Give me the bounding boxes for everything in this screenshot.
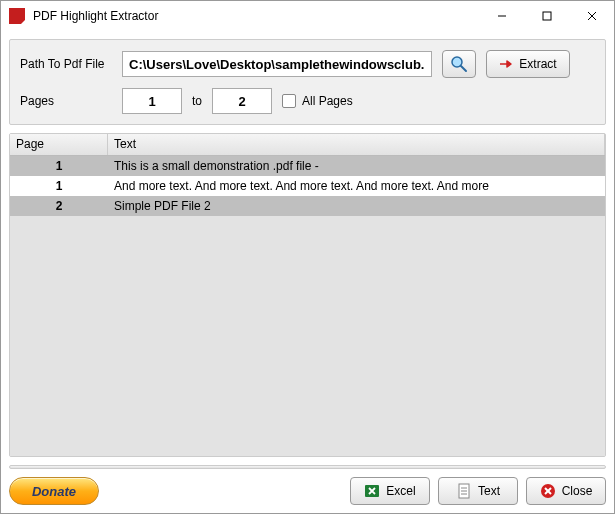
close-icon bbox=[540, 483, 556, 499]
cell-text: Simple PDF File 2 bbox=[108, 197, 605, 215]
all-pages-label: All Pages bbox=[302, 94, 353, 108]
table-row[interactable]: 1 This is a small demonstration .pdf fil… bbox=[10, 156, 605, 176]
grid-header: Page Text bbox=[10, 134, 605, 156]
table-row[interactable]: 2 Simple PDF File 2 bbox=[10, 196, 605, 216]
grid-body[interactable]: 1 This is a small demonstration .pdf fil… bbox=[10, 156, 605, 456]
separator bbox=[9, 465, 606, 469]
maximize-button[interactable] bbox=[524, 1, 569, 31]
text-button[interactable]: Text bbox=[438, 477, 518, 505]
path-label: Path To Pdf File bbox=[20, 57, 112, 71]
excel-button[interactable]: Excel bbox=[350, 477, 430, 505]
excel-icon bbox=[364, 483, 380, 499]
cell-page: 1 bbox=[10, 177, 108, 195]
col-header-page[interactable]: Page bbox=[10, 134, 108, 155]
magnify-icon bbox=[450, 55, 468, 73]
text-file-icon bbox=[456, 483, 472, 499]
cell-text: This is a small demonstration .pdf file … bbox=[108, 157, 605, 175]
app-icon bbox=[9, 8, 25, 24]
page-from-input[interactable] bbox=[122, 88, 182, 114]
titlebar: PDF Highlight Extractor bbox=[1, 1, 614, 31]
input-panel: Path To Pdf File Extract Pages to All P bbox=[9, 39, 606, 125]
svg-rect-1 bbox=[543, 12, 551, 20]
browse-button[interactable] bbox=[442, 50, 476, 78]
extract-label: Extract bbox=[519, 57, 556, 71]
close-window-button[interactable] bbox=[569, 1, 614, 31]
close-label: Close bbox=[562, 484, 593, 498]
path-input[interactable] bbox=[122, 51, 432, 77]
arrow-right-icon bbox=[499, 57, 513, 71]
cell-page: 1 bbox=[10, 157, 108, 175]
donate-button[interactable]: Donate bbox=[9, 477, 99, 505]
page-to-input[interactable] bbox=[212, 88, 272, 114]
all-pages-checkbox[interactable] bbox=[282, 94, 296, 108]
cell-text: And more text. And more text. And more t… bbox=[108, 177, 605, 195]
col-header-text[interactable]: Text bbox=[108, 134, 605, 155]
extract-button[interactable]: Extract bbox=[486, 50, 570, 78]
pages-label: Pages bbox=[20, 94, 112, 108]
table-row[interactable]: 1 And more text. And more text. And more… bbox=[10, 176, 605, 196]
footer: Donate Excel Text Close bbox=[9, 477, 606, 505]
results-grid: Page Text 1 This is a small demonstratio… bbox=[9, 133, 606, 457]
window-controls bbox=[479, 1, 614, 31]
window-title: PDF Highlight Extractor bbox=[33, 9, 479, 23]
excel-label: Excel bbox=[386, 484, 415, 498]
cell-page: 2 bbox=[10, 197, 108, 215]
page-to-label: to bbox=[192, 94, 202, 108]
svg-line-5 bbox=[461, 66, 466, 71]
close-button[interactable]: Close bbox=[526, 477, 606, 505]
text-label: Text bbox=[478, 484, 500, 498]
minimize-button[interactable] bbox=[479, 1, 524, 31]
